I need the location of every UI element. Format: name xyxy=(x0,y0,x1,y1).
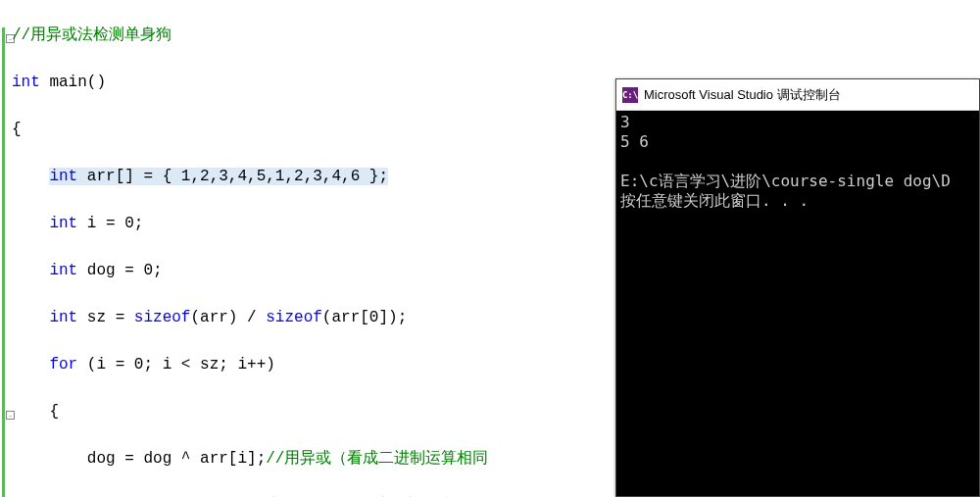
code-text: dog = dog ^ arr[i]; xyxy=(12,450,266,468)
vs-console-icon: C:\ xyxy=(622,87,638,103)
code-comment: //用异或（看成二进制运算相同 xyxy=(266,450,488,468)
code-keyword: int xyxy=(49,168,77,185)
code-comment: //用异或法检测单身狗 xyxy=(12,26,172,44)
console-title: Microsoft Visual Studio 调试控制台 xyxy=(644,86,841,104)
code-text: (arr[0]); xyxy=(322,309,407,326)
code-text: (arr) / xyxy=(190,309,266,326)
code-keyword: sizeof xyxy=(134,309,191,326)
code-keyword: for xyxy=(49,356,77,373)
debug-console-window[interactable]: C:\ Microsoft Visual Studio 调试控制台 3 5 6 … xyxy=(615,78,980,497)
console-titlebar[interactable]: C:\ Microsoft Visual Studio 调试控制台 xyxy=(616,79,979,111)
code-keyword: int xyxy=(12,74,40,91)
code-keyword: sizeof xyxy=(266,309,322,326)
code-brace: { xyxy=(12,121,22,138)
console-line: E:\c语言学习\进阶\course-single dog\D xyxy=(620,172,951,190)
code-text: i = 0; xyxy=(77,215,143,232)
code-keyword: int xyxy=(49,262,77,279)
console-line: 5 6 xyxy=(620,132,649,151)
code-text: arr[] = { 1,2,3,4,5,1,2,3,4,6 }; xyxy=(77,168,388,185)
console-line: 按任意键关闭此窗口. . . xyxy=(620,191,808,210)
code-keyword: int xyxy=(49,309,77,326)
code-text: (i = 0; i < sz; i++) xyxy=(77,356,275,373)
code-text: dog = 0; xyxy=(77,262,162,279)
code-editor[interactable]: //用异或法检测单身狗 int main() { int arr[] = { 1… xyxy=(0,0,615,497)
code-text: main() xyxy=(40,74,106,91)
console-icon-text: C:\ xyxy=(622,90,638,100)
code-keyword: int xyxy=(49,215,77,232)
console-output[interactable]: 3 5 6 E:\c语言学习\进阶\course-single dog\D 按任… xyxy=(616,111,979,496)
code-brace: { xyxy=(49,403,59,421)
console-line: 3 xyxy=(620,113,630,131)
code-text: sz = xyxy=(77,309,134,326)
